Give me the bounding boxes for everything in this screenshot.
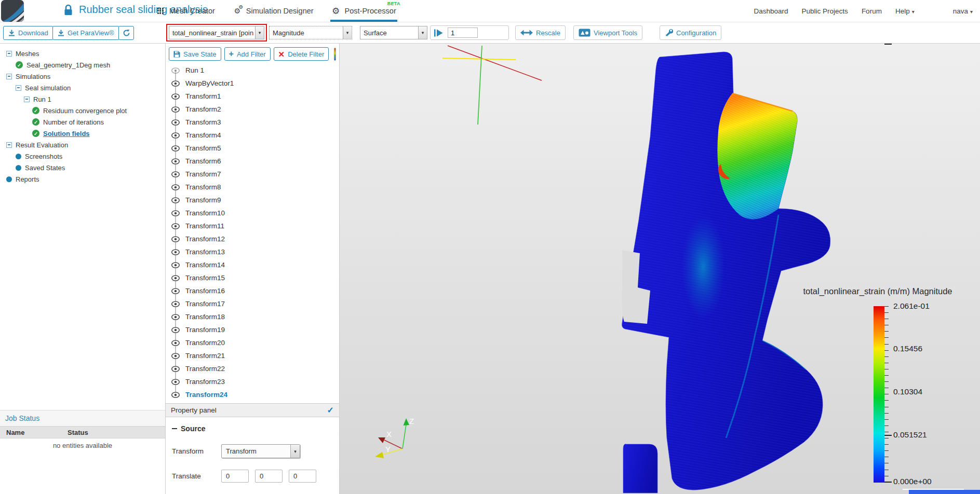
pipeline-item-label[interactable]: Transform23 (185, 378, 225, 386)
tree-item[interactable]: ✓ Saved States (0, 162, 165, 173)
pipeline-item-label[interactable]: Transform7 (185, 170, 221, 178)
visibility-eye-icon[interactable] (171, 340, 180, 346)
tree-item-label[interactable]: Seal_geometry_1Deg mesh (26, 61, 110, 69)
pipeline-item[interactable]: Transform1 (166, 90, 339, 103)
tree-item-label[interactable]: Seal simulation (25, 84, 71, 92)
rescale-button[interactable]: Rescale (515, 25, 566, 40)
pipeline-item-label[interactable]: Transform9 (185, 196, 221, 204)
pipeline-item[interactable]: Transform15 (166, 271, 339, 284)
pipeline-item-label[interactable]: Transform1 (185, 92, 221, 100)
visibility-eye-icon[interactable] (171, 67, 180, 74)
pipeline-item[interactable]: Transform20 (166, 336, 339, 349)
pipeline-item-label[interactable]: Transform4 (185, 131, 221, 139)
nav-public-projects[interactable]: Public Projects (802, 7, 848, 15)
pipeline-item[interactable]: Transform10 (166, 207, 339, 219)
pipeline-item-label[interactable]: Transform16 (185, 287, 225, 295)
visibility-eye-icon[interactable] (171, 379, 180, 385)
visibility-eye-icon[interactable] (171, 301, 180, 307)
transform-select[interactable]: Transform ▾ (221, 444, 300, 458)
seal-3d-model[interactable] (573, 44, 843, 494)
visibility-eye-icon[interactable] (171, 314, 180, 320)
tree-item[interactable]: ✓ Seal simulation (0, 82, 165, 93)
tree-item-label[interactable]: Saved States (25, 164, 65, 172)
user-menu[interactable]: nava (953, 7, 973, 15)
app-tab[interactable]: ⚙⚙ Simulation Designer (233, 0, 314, 22)
tree-item[interactable]: ✓ Number of iterations (0, 116, 165, 128)
pipeline-item-label[interactable]: WarpByVector1 (185, 79, 234, 87)
visibility-eye-icon[interactable] (171, 236, 180, 242)
pipeline-item[interactable]: Transform6 (166, 155, 339, 168)
download-button[interactable]: Download (3, 26, 53, 40)
pipeline-item-label[interactable]: Transform5 (185, 144, 221, 152)
pipeline-item[interactable]: Transform19 (166, 323, 339, 336)
tree-item-label[interactable]: Run 1 (33, 95, 51, 103)
pipeline-item-label[interactable]: Transform18 (185, 313, 225, 321)
pipeline-item[interactable]: Transform21 (166, 349, 339, 362)
pipeline-item[interactable]: Transform17 (166, 297, 339, 310)
collapse-icon[interactable] (6, 51, 12, 57)
pipeline-item[interactable]: Transform8 (166, 181, 339, 194)
delete-filter-button[interactable]: ✕ Delete Filter (274, 47, 329, 61)
pipeline-item-label[interactable]: Transform17 (185, 300, 225, 308)
collapse-icon[interactable] (24, 97, 30, 102)
pipeline-item-label[interactable]: Transform13 (185, 248, 225, 256)
pipeline-item-label[interactable]: Transform19 (185, 326, 225, 334)
pipeline-item[interactable]: Transform4 (166, 129, 339, 142)
pipeline-item-label[interactable]: Transform22 (185, 365, 225, 373)
pipeline-item[interactable]: Transform24 (166, 388, 339, 401)
visibility-eye-icon[interactable] (171, 80, 180, 87)
visibility-eye-icon[interactable] (171, 210, 180, 216)
configuration-button[interactable]: Configuration (660, 25, 721, 40)
pipeline-item-label[interactable]: Transform20 (185, 339, 225, 347)
tree-item[interactable]: ✓ Meshes (0, 48, 165, 59)
tree-item-label[interactable]: Residuum convergence plot (43, 107, 127, 115)
legend-colorbar[interactable] (874, 306, 884, 483)
tree-item[interactable]: ✓ Residuum convergence plot (0, 105, 165, 116)
pipeline-item-label[interactable]: Transform6 (185, 157, 221, 165)
pipeline-item[interactable]: Transform5 (166, 142, 339, 155)
refresh-button[interactable] (118, 26, 134, 40)
source-section-header[interactable]: Source (172, 424, 333, 433)
nav-dashboard[interactable]: Dashboard (754, 7, 788, 15)
visibility-eye-icon[interactable] (171, 288, 180, 294)
representation-select[interactable]: Surface▾ (360, 26, 427, 39)
pipeline-item[interactable]: Transform16 (166, 284, 339, 297)
visibility-eye-icon[interactable] (171, 275, 180, 281)
pipeline-item[interactable]: Transform12 (166, 232, 339, 245)
visibility-eye-icon[interactable] (171, 353, 180, 359)
field-select[interactable]: total_nonlinear_strain [poin▾ (169, 26, 264, 39)
tree-item-label[interactable]: Result Evaluation (16, 141, 68, 149)
add-filter-button[interactable]: + Add Filter (224, 47, 271, 61)
pipeline-item[interactable]: Transform2 (166, 103, 339, 116)
tree-item-label[interactable]: Meshes (16, 50, 39, 58)
collapse-minus-icon[interactable] (172, 428, 177, 429)
pipeline-item[interactable]: Transform22 (166, 362, 339, 375)
pipeline-item[interactable]: Transform14 (166, 258, 339, 271)
translate-input[interactable] (289, 470, 316, 483)
visibility-eye-icon[interactable] (171, 171, 180, 177)
app-tab[interactable]: ⚙ Post-Processor BETA (331, 0, 396, 22)
tree-item[interactable]: ✓ Run 1 (0, 93, 165, 105)
tree-item[interactable]: ✓ Solution fields (0, 128, 165, 139)
visibility-eye-icon[interactable] (171, 327, 180, 333)
tree-item-label[interactable]: Number of iterations (43, 118, 104, 126)
property-panel-header[interactable]: Property panel ✓ (166, 403, 339, 417)
collapse-icon[interactable] (16, 85, 21, 91)
pipeline-item[interactable]: Transform9 (166, 194, 339, 207)
pipeline-item[interactable]: Transform13 (166, 245, 339, 258)
tree-item[interactable]: ✓ Screenshots (0, 150, 165, 162)
tree-item[interactable]: ✓ Simulations (0, 71, 165, 82)
visibility-eye-icon[interactable] (171, 249, 180, 255)
nav-forum[interactable]: Forum (862, 7, 882, 15)
visibility-eye-icon[interactable] (171, 119, 180, 126)
visibility-eye-icon[interactable] (171, 93, 180, 100)
pipeline-item-label[interactable]: Transform2 (185, 105, 221, 113)
collapse-icon[interactable] (6, 74, 12, 79)
pipeline-item-label[interactable]: Transform3 (185, 118, 221, 126)
pipeline-item-label[interactable]: Run 1 (185, 66, 204, 74)
pipeline-item[interactable]: Transform7 (166, 168, 339, 181)
pipeline-item[interactable]: Transform11 (166, 219, 339, 232)
pipeline-item-label[interactable]: Transform11 (185, 222, 224, 230)
pipeline-item[interactable]: Transform18 (166, 310, 339, 323)
pipeline-item-label[interactable]: Transform10 (185, 209, 225, 217)
